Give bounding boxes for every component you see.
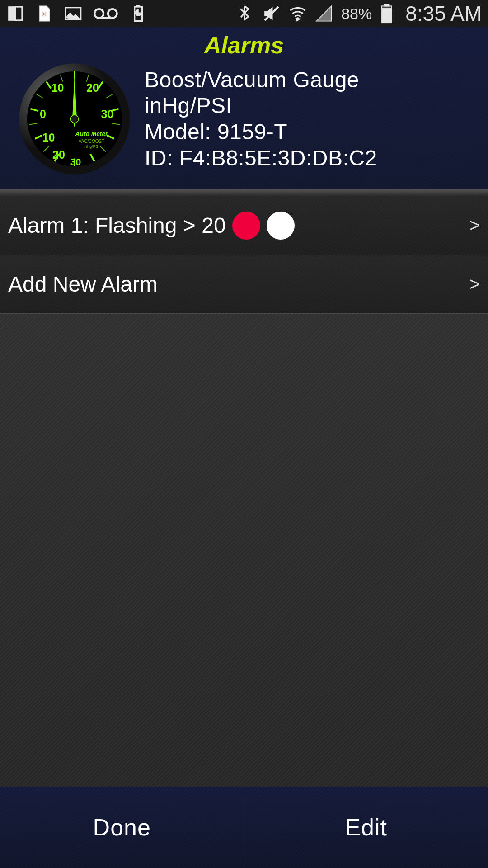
alarm-color-swatch-1	[232, 212, 260, 240]
add-alarm-label: Add New Alarm	[8, 272, 158, 297]
svg-text:10: 10	[42, 131, 55, 144]
battery-icon	[380, 4, 394, 24]
empty-area	[0, 314, 488, 787]
status-bar: × 88%	[0, 0, 488, 27]
file-error-icon: ×	[35, 5, 53, 23]
svg-text:10: 10	[52, 81, 64, 94]
svg-text:0: 0	[40, 108, 46, 120]
gauge-image: 10 20 0 30 10 20 30 Auto Meter VAC/BOOST…	[18, 62, 131, 175]
svg-text:Auto Meter: Auto Meter	[75, 131, 108, 137]
gauge-units: inHg/PSI	[145, 93, 377, 119]
svg-point-4	[94, 9, 103, 18]
svg-text:VAC/BOOST: VAC/BOOST	[79, 139, 105, 144]
gauge-name: Boost/Vacuum Gauge	[145, 67, 377, 93]
svg-point-45	[70, 115, 79, 123]
bottom-bar: Done Edit	[0, 787, 488, 868]
svg-text:inHg/PSI: inHg/PSI	[84, 144, 99, 149]
alarm-color-swatch-2	[267, 212, 295, 240]
gauge-info: Boost/Vacuum Gauge inHg/PSI Model: 9159-…	[145, 67, 377, 171]
chevron-right-icon: >	[469, 215, 480, 236]
svg-text:×: ×	[42, 9, 47, 19]
svg-text:30: 30	[101, 108, 114, 120]
signal-icon	[315, 5, 333, 23]
svg-rect-0	[9, 7, 14, 20]
done-button[interactable]: Done	[0, 787, 244, 868]
add-alarm-row[interactable]: Add New Alarm >	[0, 255, 488, 314]
header: Alarms	[0, 27, 488, 189]
bluetooth-icon	[236, 5, 254, 23]
page-title: Alarms	[0, 27, 488, 59]
gauge-model: Model: 9159-T	[145, 119, 377, 145]
gauge-id: ID: F4:B8:5E:3D:DB:C2	[145, 145, 377, 171]
multiwindow-icon	[6, 5, 24, 23]
svg-rect-13	[385, 4, 389, 6]
voicemail-icon	[93, 5, 118, 23]
battery-percent: 88%	[341, 5, 372, 23]
svg-rect-8	[137, 5, 140, 7]
image-icon	[64, 5, 82, 23]
battery-saver-icon	[129, 5, 147, 23]
svg-rect-1	[15, 7, 22, 20]
svg-text:30: 30	[70, 157, 81, 168]
chevron-right-icon: >	[469, 274, 480, 294]
svg-point-5	[108, 9, 117, 18]
svg-text:20: 20	[52, 148, 65, 161]
wifi-icon	[289, 5, 307, 23]
alarm-row-1[interactable]: Alarm 1: Flashing > 20 >	[0, 196, 488, 255]
alarm-row-label: Alarm 1: Flashing > 20	[8, 213, 226, 238]
svg-text:20: 20	[86, 81, 99, 94]
clock: 8:35 AM	[405, 1, 482, 26]
mute-icon	[263, 5, 281, 23]
edit-button[interactable]: Edit	[244, 787, 488, 868]
list-top-separator	[0, 189, 488, 196]
